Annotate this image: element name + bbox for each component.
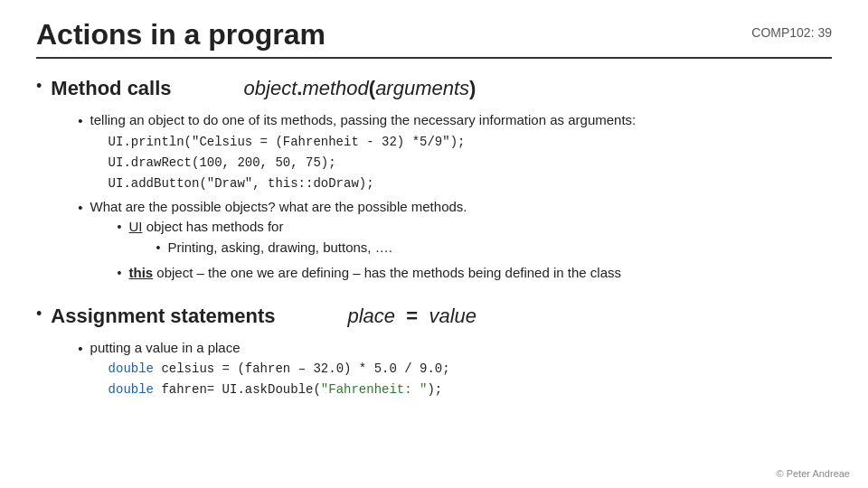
sig-value: value xyxy=(429,301,476,331)
sig-method: method xyxy=(302,73,368,103)
printing-bullet: • Printing, asking, drawing, buttons, …. xyxy=(156,238,392,258)
putting-value-bullet: • putting a value in a place double cels… xyxy=(78,338,476,400)
code-block-2: double celsius = (fahren – 32.0) * 5.0 /… xyxy=(108,358,450,399)
code-line-2: UI.drawRect(100, 200, 50, 75); xyxy=(108,155,336,170)
sig-object: object xyxy=(244,73,297,103)
ui-object-bullet: • UI object has methods for • Printing, … xyxy=(118,217,621,260)
assignment-section: • Assignment statements place = value • … xyxy=(36,301,832,404)
bullet-marker-4a: • xyxy=(156,239,160,258)
bullet-marker-5: • xyxy=(36,302,42,326)
slide-content: • Method calls object . method ( argumen… xyxy=(36,73,832,403)
code-block-1: UI.println("Celsius = (Fahrenheit - 32) … xyxy=(108,131,637,193)
slide-number: COMP102: 39 xyxy=(751,25,832,40)
ui-text: object has methods for xyxy=(142,219,283,234)
telling-content: telling an object to do one of its metho… xyxy=(90,110,637,193)
printing-text: Printing, asking, drawing, buttons, …. xyxy=(167,238,392,258)
code-line-3: UI.addButton("Draw", this::doDraw); xyxy=(108,176,374,191)
assignment-content: Assignment statements place = value • pu… xyxy=(51,301,476,404)
code-fahren: fahren= UI.askDouble( xyxy=(154,382,321,397)
this-object-bullet: • this object – the one we are defining … xyxy=(118,263,621,284)
bullet-marker-3a: • xyxy=(118,218,122,237)
sig-open-paren: ( xyxy=(369,73,375,103)
code-celsius: celsius = (fahren – 32.0) * 5.0 / 9.0; xyxy=(154,361,450,376)
putting-value-text: putting a value in a place xyxy=(90,340,241,355)
sig-arguments: arguments xyxy=(375,73,469,103)
putting-value-content: putting a value in a place double celsiu… xyxy=(90,338,450,400)
copyright: © Peter Andreae xyxy=(777,468,851,479)
slide-title: Actions in a program xyxy=(36,18,326,52)
method-calls-content: Method calls object . method ( arguments… xyxy=(51,73,636,290)
bullet-marker-3b: • xyxy=(118,264,122,283)
possible-objects-text: What are the possible objects? what are … xyxy=(90,199,467,214)
method-calls-section: • Method calls object . method ( argumen… xyxy=(36,73,832,290)
method-signature-line: Method calls object . method ( arguments… xyxy=(51,73,636,103)
assignment-label: Assignment statements xyxy=(51,301,275,331)
bullet-marker-2b: • xyxy=(78,198,82,219)
possible-objects-content: What are the possible objects? what are … xyxy=(90,197,621,286)
telling-bullet: • telling an object to do one of its met… xyxy=(78,110,636,193)
this-label: this xyxy=(128,265,153,280)
this-object-content: this object – the one we are defining – … xyxy=(128,263,621,284)
code-line-1: UI.println("Celsius = (Fahrenheit - 32) … xyxy=(108,135,466,149)
telling-text: telling an object to do one of its metho… xyxy=(90,112,637,127)
this-text: object – the one we are defining – has t… xyxy=(153,265,621,280)
assignment-signature-line: Assignment statements place = value xyxy=(51,301,476,331)
possible-objects-bullet: • What are the possible objects? what ar… xyxy=(78,197,636,286)
bullet-marker-2a: • xyxy=(78,111,82,132)
ui-object-content: UI object has methods for • Printing, as… xyxy=(128,217,392,260)
sig-place: place xyxy=(348,301,396,331)
sig-close-paren: ) xyxy=(469,73,476,103)
slide: Actions in a program COMP102: 39 • Metho… xyxy=(0,0,868,488)
ui-label: UI xyxy=(128,219,142,234)
code-fahrenheit-str: "Fahrenheit: " xyxy=(321,382,428,397)
sig-equals: = xyxy=(395,301,429,331)
code-double-1: double xyxy=(108,361,154,376)
code-double-2: double xyxy=(108,382,154,397)
bullet-marker-1: • xyxy=(36,74,42,99)
method-calls-label: Method calls xyxy=(51,73,171,103)
slide-header: Actions in a program COMP102: 39 xyxy=(36,18,832,59)
code-fahren-close: ); xyxy=(427,382,442,397)
bullet-marker-6: • xyxy=(78,339,82,360)
